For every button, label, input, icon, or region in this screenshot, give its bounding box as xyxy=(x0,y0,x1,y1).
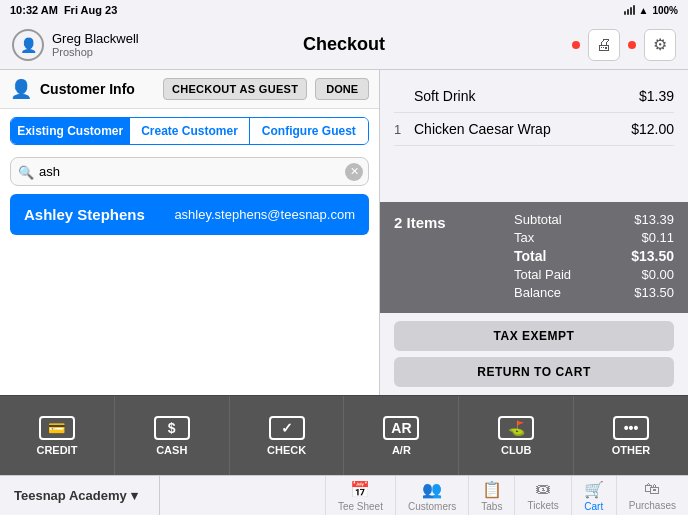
tab-existing-customer[interactable]: Existing Customer xyxy=(11,118,130,144)
notification-dot xyxy=(572,41,580,49)
checkout-as-guest-button[interactable]: CHECKOUT AS GUEST xyxy=(163,78,307,100)
tab-tee-sheet[interactable]: 📅 Tee Sheet xyxy=(325,476,395,515)
subtotal-value: $13.39 xyxy=(634,212,674,227)
tabs-icon: 📋 xyxy=(482,480,502,499)
tab-cart[interactable]: 🛒 Cart xyxy=(571,476,616,515)
payment-ar[interactable]: AR A/R xyxy=(344,396,459,475)
action-buttons: TAX EXEMPT RETURN TO CART xyxy=(380,313,688,395)
done-button[interactable]: DONE xyxy=(315,78,369,100)
item-price: $1.39 xyxy=(639,88,674,104)
tab-customers[interactable]: 👥 Customers xyxy=(395,476,468,515)
customer-tab-group: Existing Customer Create Customer Config… xyxy=(10,117,369,145)
cart-icon: 🛒 xyxy=(584,480,604,499)
payment-other[interactable]: ••• OTHER xyxy=(574,396,688,475)
payment-methods: 💳 CREDIT $ CASH ✓ CHECK AR A/R ⛳ CLUB ••… xyxy=(0,395,688,475)
customer-info-header: 👤 Customer Info CHECKOUT AS GUEST DONE xyxy=(0,70,379,109)
battery-label: 100% xyxy=(652,5,678,16)
ar-icon: AR xyxy=(383,416,419,440)
purchases-label: Purchases xyxy=(629,500,676,511)
settings-button[interactable]: ⚙ xyxy=(644,29,676,61)
tee-sheet-label: Tee Sheet xyxy=(338,501,383,512)
search-container: 🔍 ✕ xyxy=(10,157,369,186)
status-date: Fri Aug 23 xyxy=(64,4,117,16)
club-label: CLUB xyxy=(501,444,532,456)
main-content: 👤 Customer Info CHECKOUT AS GUEST DONE E… xyxy=(0,70,688,395)
return-to-cart-button[interactable]: RETURN TO CART xyxy=(394,357,674,387)
tab-tickets[interactable]: 🎟 Tickets xyxy=(514,476,570,515)
notification-dot-2 xyxy=(628,41,636,49)
order-summary: 2 Items Subtotal $13.39 Tax $0.11 Total … xyxy=(380,202,688,313)
search-input[interactable] xyxy=(10,157,369,186)
bottom-tabs: 📅 Tee Sheet 👥 Customers 📋 Tabs 🎟 Tickets… xyxy=(160,476,688,515)
right-panel: Soft Drink $1.39 1 Chicken Caesar Wrap $… xyxy=(380,70,688,395)
tax-value: $0.11 xyxy=(641,230,674,245)
item-count: 2 Items xyxy=(394,212,446,231)
purchases-icon: 🛍 xyxy=(644,480,660,498)
order-items: Soft Drink $1.39 1 Chicken Caesar Wrap $… xyxy=(380,70,688,202)
credit-label: CREDIT xyxy=(36,444,77,456)
item-qty: 1 xyxy=(394,122,408,137)
balance-label: Balance xyxy=(514,285,561,300)
total-paid-value: $0.00 xyxy=(641,267,674,282)
other-icon: ••• xyxy=(613,416,649,440)
item-price: $12.00 xyxy=(631,121,674,137)
other-label: OTHER xyxy=(612,444,651,456)
customers-icon: 👥 xyxy=(422,480,442,499)
customer-list: Ashley Stephens ashley.stephens@teesnap.… xyxy=(0,190,379,395)
dropdown-icon[interactable]: ▾ xyxy=(131,488,138,503)
tee-sheet-icon: 📅 xyxy=(350,480,370,499)
total-paid-label: Total Paid xyxy=(514,267,571,282)
payment-club[interactable]: ⛳ CLUB xyxy=(459,396,574,475)
customer-name: Ashley Stephens xyxy=(24,206,145,223)
customer-row[interactable]: Ashley Stephens ashley.stephens@teesnap.… xyxy=(10,194,369,235)
check-icon: ✓ xyxy=(269,416,305,440)
shop-name-section: Teesnap Academy ▾ xyxy=(0,476,160,515)
user-role: Proshop xyxy=(52,46,139,58)
club-icon: ⛳ xyxy=(498,416,534,440)
page-title: Checkout xyxy=(233,34,454,55)
cart-label: Cart xyxy=(584,501,603,512)
payment-check[interactable]: ✓ CHECK xyxy=(230,396,345,475)
order-item-0: Soft Drink $1.39 xyxy=(394,80,674,113)
tab-create-customer[interactable]: Create Customer xyxy=(130,118,249,144)
order-item-1: 1 Chicken Caesar Wrap $12.00 xyxy=(394,113,674,146)
cash-label: CASH xyxy=(156,444,187,456)
tabs-label: Tabs xyxy=(481,501,502,512)
left-panel: 👤 Customer Info CHECKOUT AS GUEST DONE E… xyxy=(0,70,380,395)
balance-value: $13.50 xyxy=(634,285,674,300)
status-bar: 10:32 AM Fri Aug 23 ▲ 100% xyxy=(0,0,688,20)
tab-configure-guest[interactable]: Configure Guest xyxy=(250,118,368,144)
tax-label: Tax xyxy=(514,230,534,245)
credit-icon: 💳 xyxy=(39,416,75,440)
payment-credit[interactable]: 💳 CREDIT xyxy=(0,396,115,475)
customer-email: ashley.stephens@teesnap.com xyxy=(174,207,355,222)
tax-exempt-button[interactable]: TAX EXEMPT xyxy=(394,321,674,351)
payment-cash[interactable]: $ CASH xyxy=(115,396,230,475)
customer-icon: 👤 xyxy=(10,78,32,100)
subtotal-label: Subtotal xyxy=(514,212,562,227)
ar-label: A/R xyxy=(392,444,411,456)
clear-search-button[interactable]: ✕ xyxy=(345,163,363,181)
user-info: Greg Blackwell Proshop xyxy=(52,31,139,58)
nav-actions: 🖨 ⚙ xyxy=(455,29,676,61)
total-value: $13.50 xyxy=(631,248,674,264)
top-nav: 👤 Greg Blackwell Proshop Checkout 🖨 ⚙ xyxy=(0,20,688,70)
user-section: 👤 Greg Blackwell Proshop xyxy=(12,29,233,61)
customers-label: Customers xyxy=(408,501,456,512)
shop-name: Teesnap Academy xyxy=(14,488,127,503)
item-name: Chicken Caesar Wrap xyxy=(414,121,625,137)
signal-icon xyxy=(624,5,635,15)
search-icon: 🔍 xyxy=(18,164,34,179)
user-name: Greg Blackwell xyxy=(52,31,139,46)
total-label: Total xyxy=(514,248,546,264)
print-button[interactable]: 🖨 xyxy=(588,29,620,61)
cash-icon: $ xyxy=(154,416,190,440)
item-name: Soft Drink xyxy=(414,88,633,104)
tickets-icon: 🎟 xyxy=(535,480,551,498)
check-label: CHECK xyxy=(267,444,306,456)
tab-tabs[interactable]: 📋 Tabs xyxy=(468,476,514,515)
wifi-icon: ▲ xyxy=(639,5,649,16)
status-time: 10:32 AM xyxy=(10,4,58,16)
customer-info-label: Customer Info xyxy=(40,81,155,97)
tab-purchases[interactable]: 🛍 Purchases xyxy=(616,476,688,515)
